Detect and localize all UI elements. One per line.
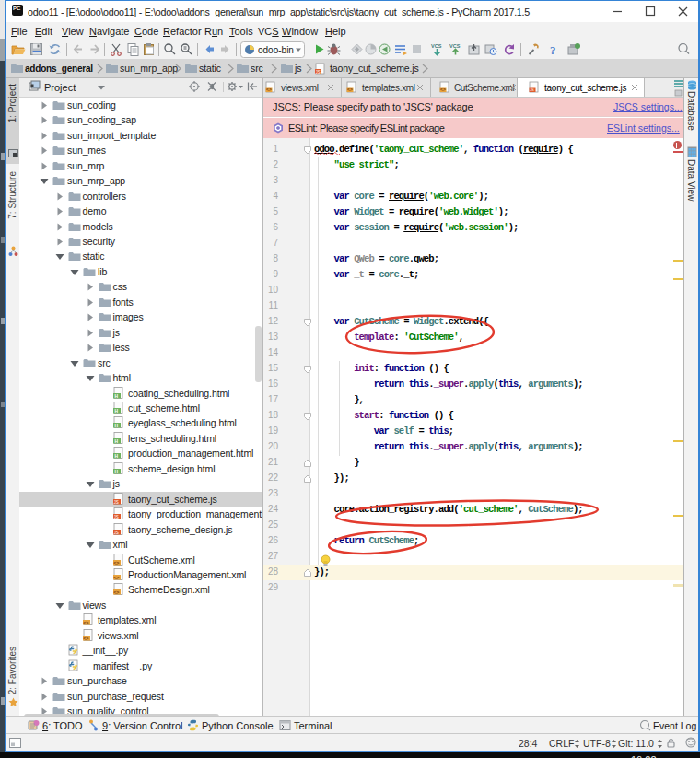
svg-text:<>: <> — [113, 560, 119, 566]
svg-text:JS: JS — [114, 515, 119, 519]
svg-text:<>: <> — [266, 87, 272, 92]
svg-text:JS: JS — [530, 87, 534, 92]
svg-text:<>: <> — [113, 575, 119, 580]
svg-text:H: H — [115, 393, 119, 399]
svg-text:H: H — [115, 438, 119, 444]
svg-text:JS: JS — [114, 531, 119, 535]
svg-text:src: src — [251, 63, 263, 74]
svg-text:<>: <> — [440, 87, 446, 92]
svg-text:<>: <> — [347, 87, 353, 92]
svg-text:VCS: VCS — [449, 43, 461, 49]
svg-text:sun_mrp_app: sun_mrp_app — [120, 63, 178, 74]
svg-text:addons_general: addons_general — [25, 64, 93, 74]
svg-text:CutScheme.xml: CutScheme.xml — [454, 83, 515, 93]
svg-text:?: ? — [550, 43, 556, 57]
svg-text:H: H — [115, 408, 119, 414]
svg-text:js: js — [294, 63, 301, 74]
svg-text:H: H — [115, 469, 119, 474]
svg-text:VCS: VCS — [431, 43, 442, 49]
svg-text:<>: <> — [83, 620, 88, 625]
svg-text:templates.xml: templates.xml — [362, 83, 415, 93]
svg-text:odoo-bin: odoo-bin — [258, 45, 294, 55]
svg-text:<>: <> — [83, 636, 88, 641]
svg-text:taony_cut_scheme.js: taony_cut_scheme.js — [544, 83, 626, 93]
svg-text:static: static — [199, 63, 221, 74]
svg-text:taony_cut_scheme.js: taony_cut_scheme.js — [330, 63, 419, 74]
svg-text:JS: JS — [316, 70, 321, 75]
svg-text:Project: Project — [44, 82, 76, 93]
svg-text:H: H — [115, 423, 119, 428]
svg-text:H: H — [115, 453, 119, 459]
svg-text:<>: <> — [113, 589, 119, 595]
svg-text:JS: JS — [114, 500, 119, 505]
svg-text:views.xml: views.xml — [281, 83, 319, 93]
